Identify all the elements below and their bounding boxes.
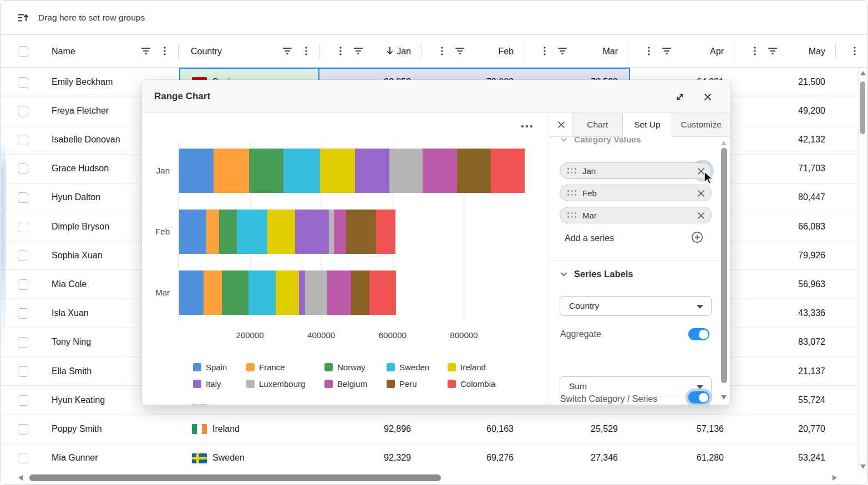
row-checkbox[interactable] [18,222,28,232]
table-row[interactable]: Poppy SmithIreland92,89660,16325,52957,1… [1,415,856,443]
name-cell[interactable]: Sophia Xuan [52,241,103,269]
row-checkbox[interactable] [18,77,28,88]
panel-scroll-down-arrow[interactable] [721,395,727,400]
row-checkbox[interactable] [18,366,28,377]
column-menu-icon[interactable] [300,44,313,58]
panel-scroll-thumb[interactable] [721,148,727,383]
name-cell[interactable]: Mia Gunner [52,444,98,472]
bar-segment-france[interactable] [204,270,222,315]
apr-cell[interactable]: 61,280 [657,444,724,472]
horizontal-scroll-thumb[interactable] [29,474,441,481]
name-cell[interactable]: Ella Smith [52,357,92,385]
name-cell[interactable]: Tony Ning [52,328,91,356]
scroll-left-arrow[interactable] [18,475,23,481]
category-pill-jan[interactable]: Jan [560,162,712,179]
row-checkbox[interactable] [18,279,28,290]
may-cell[interactable]: 42,132 [759,125,825,154]
chart-menu-kebab-icon[interactable] [520,120,534,133]
legend-item-ireland[interactable]: Ireland [448,363,486,372]
bar-segment-france[interactable] [206,210,219,254]
may-cell[interactable]: 56,963 [759,270,825,298]
feb-cell[interactable]: 60,163 [447,415,514,443]
bar-segment-colombia[interactable] [376,210,395,254]
scroll-down-arrow[interactable] [860,464,866,469]
row-checkbox[interactable] [18,192,28,203]
row-checkbox[interactable] [18,164,28,174]
row-checkbox[interactable] [18,106,28,116]
legend-item-spain[interactable]: Spain [193,363,227,372]
column-menu-icon[interactable] [435,44,449,58]
bar-segment-belgium[interactable] [334,210,346,254]
column-header-country[interactable]: Country [191,35,222,68]
name-cell[interactable]: Dimple Bryson [52,212,109,241]
column-menu-icon[interactable] [848,44,861,58]
column-menu-icon[interactable] [748,44,762,58]
row-group-panel[interactable]: Drag here to set row groups [1,1,867,35]
name-cell[interactable]: Isla Xuan [52,299,89,328]
column-header-may[interactable]: May [764,35,825,68]
may-cell[interactable]: 66,083 [759,212,825,241]
panel-close-button[interactable] [550,113,572,137]
bar-segment-norway[interactable] [249,149,283,193]
bar-segment-peru[interactable] [346,210,377,254]
switch-category-series-toggle[interactable] [688,391,709,404]
bar-segment-norway[interactable] [219,210,237,254]
row-checkbox[interactable] [18,424,28,435]
bar-segment-luxembourg[interactable] [389,149,423,193]
country-cell[interactable]: Ireland [212,415,240,443]
bar-segment-belgium[interactable] [423,149,457,193]
row-checkbox[interactable] [18,135,28,145]
may-cell[interactable]: 55,724 [759,386,825,414]
scroll-up-arrow[interactable] [860,71,866,75]
legend-item-colombia[interactable]: Colombia [448,379,495,389]
drag-handle-icon[interactable] [567,212,576,219]
may-cell[interactable]: 83,072 [759,328,825,356]
add-series-button[interactable] [691,231,704,244]
bar-segment-peru[interactable] [351,270,369,315]
legend-item-peru[interactable]: Peru [387,379,417,389]
scroll-right-arrow[interactable] [833,475,837,481]
may-cell[interactable]: 79,926 [759,241,825,269]
legend-item-sweden[interactable]: Sweden [387,363,429,372]
may-cell[interactable]: 71,703 [759,155,825,183]
bar-segment-belgium[interactable] [327,270,351,315]
horizontal-scrollbar[interactable] [1,472,856,484]
name-cell[interactable]: Poppy Smith [52,415,102,443]
mar-cell[interactable]: 27,346 [551,444,618,472]
drag-handle-icon[interactable] [567,168,576,175]
name-cell[interactable]: Hyun Dalton [52,183,100,212]
row-checkbox[interactable] [18,251,28,261]
row-checkbox[interactable] [18,453,28,463]
jan-cell[interactable]: 92,329 [344,444,411,472]
row-checkbox[interactable] [18,337,28,348]
aggregate-function-select[interactable]: Sum [560,376,712,396]
may-cell[interactable]: 21,137 [759,357,825,385]
column-menu-icon[interactable] [334,44,347,58]
column-menu-icon[interactable] [158,44,171,58]
panel-scroll-up-arrow[interactable] [721,141,727,145]
column-menu-icon[interactable] [642,44,656,58]
column-header-name[interactable]: Name [52,35,75,68]
legend-item-luxembourg[interactable]: Luxembourg [246,379,305,389]
vertical-scroll-thumb[interactable] [860,81,865,134]
column-menu-icon[interactable] [538,44,551,58]
may-cell[interactable]: 49,200 [759,96,825,125]
name-cell[interactable]: Grace Hudson [52,155,109,183]
filter-icon[interactable] [281,44,294,58]
bar-segment-italy[interactable] [299,270,305,315]
legend-item-norway[interactable]: Norway [324,363,366,372]
bar-segment-sweden[interactable] [283,149,319,193]
may-cell[interactable]: 43,336 [759,299,825,328]
legend-item-belgium[interactable]: Belgium [324,379,367,389]
category-pill-mar[interactable]: Mar [560,207,712,223]
bar-segment-luxembourg[interactable] [305,270,327,315]
bar-segment-italy[interactable] [295,210,328,254]
drag-handle-icon[interactable] [567,190,576,197]
vertical-scrollbar[interactable] [858,68,867,473]
may-cell[interactable]: 80,447 [759,183,825,212]
legend-item-france[interactable]: France [246,363,285,372]
bar-segment-ireland[interactable] [276,270,299,315]
table-row[interactable]: Mia GunnerSweden92,32969,27627,34661,280… [1,444,856,473]
tab-customize[interactable]: Customize [672,113,730,137]
bar-segment-colombia[interactable] [491,149,525,193]
